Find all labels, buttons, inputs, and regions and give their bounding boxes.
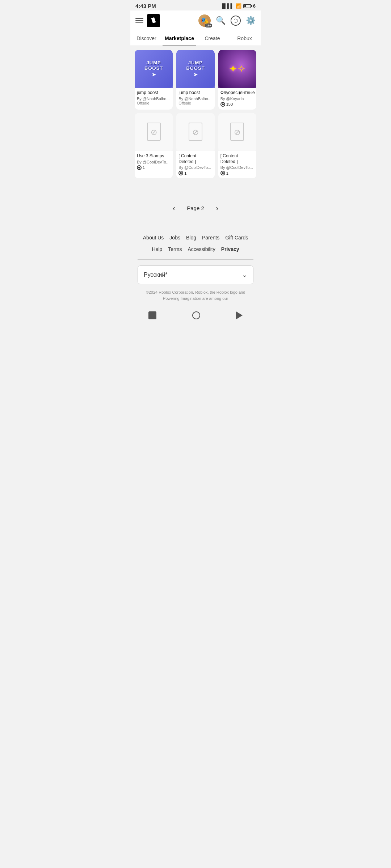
footer-link-parents[interactable]: Parents xyxy=(202,233,219,242)
nav-right: 🎭 13+ 🔍 ⬡ ⚙️ xyxy=(198,14,256,27)
search-button[interactable]: 🔍 xyxy=(216,16,226,25)
next-page-button[interactable]: › xyxy=(211,202,223,214)
item-name: Флуоресцентные xyxy=(220,90,254,96)
item-creator: By @CoolDevTo... xyxy=(178,165,212,170)
item-card[interactable]: ✦✧ Флуоресцентные By @Koyariix 150 xyxy=(218,50,256,110)
shield-icon[interactable]: ⬡ xyxy=(231,16,241,26)
footer-links-row-1: About Us Jobs Blog Parents Gift Cards xyxy=(138,233,253,242)
roblox-logo[interactable] xyxy=(147,14,160,27)
prev-page-button[interactable]: ‹ xyxy=(168,202,180,214)
tab-marketplace[interactable]: Marketplace xyxy=(163,31,196,46)
settings-button[interactable]: ⚙️ xyxy=(246,16,256,25)
android-circle-icon xyxy=(192,311,200,319)
main-content: JUMPBOOST ➤ jump boost By @NoahBalbo... … xyxy=(130,46,261,225)
item-name: Use 3 Stamps xyxy=(137,153,171,159)
item-card[interactable]: ⊘ Use 3 Stamps By @CoolDevTo... 1 xyxy=(135,113,173,179)
item-creator: By @Koyariix xyxy=(220,97,254,101)
robux-icon xyxy=(178,171,183,175)
pagination: ‹ Page 2 › xyxy=(135,195,256,221)
footer-link-giftcards[interactable]: Gift Cards xyxy=(225,233,248,242)
robux-icon xyxy=(137,165,142,170)
item-name: jump boost xyxy=(178,90,212,96)
footer-link-jobs[interactable]: Jobs xyxy=(169,233,180,242)
item-price: 1 xyxy=(137,165,171,170)
status-right: ▐▌▌▌ 📶 6 xyxy=(220,3,256,9)
chevron-down-icon: ⌄ xyxy=(242,271,247,279)
age-badge: 13+ xyxy=(205,24,212,27)
items-grid: JUMPBOOST ➤ jump boost By @NoahBalbo... … xyxy=(135,50,256,178)
status-bar: 4:43 PM ▐▌▌▌ 📶 6 xyxy=(130,0,261,10)
robux-icon xyxy=(220,171,225,175)
battery-icon xyxy=(243,4,251,8)
item-price: Offsale xyxy=(178,101,212,105)
signal-icon: ▐▌▌▌ xyxy=(220,3,234,9)
footer-links-row-2: Help Terms Accessibility Privacy xyxy=(138,245,253,254)
android-home-button[interactable] xyxy=(192,311,200,319)
item-creator: By @CoolDevTo... xyxy=(220,165,254,170)
tab-create[interactable]: Create xyxy=(196,31,228,46)
language-label: Русский* xyxy=(144,272,168,278)
item-name: [ Content Deleted ] xyxy=(220,153,254,165)
footer-link-accessibility[interactable]: Accessibility xyxy=(188,245,215,254)
avatar-button[interactable]: 🎭 13+ xyxy=(198,14,211,27)
android-square-icon xyxy=(148,311,156,319)
item-price: 1 xyxy=(178,171,212,175)
android-back-button[interactable] xyxy=(236,311,243,319)
item-creator: By @NoahBalbo... xyxy=(178,97,212,101)
footer-divider xyxy=(138,259,253,260)
footer-link-privacy[interactable]: Privacy xyxy=(221,245,239,254)
wifi-icon: 📶 xyxy=(236,3,241,9)
item-price: 150 xyxy=(220,102,254,107)
tab-bar: Discover Marketplace Create Robux xyxy=(130,31,261,46)
footer-link-help[interactable]: Help xyxy=(152,245,163,254)
hamburger-button[interactable] xyxy=(135,18,143,23)
bottom-nav xyxy=(130,307,261,327)
item-name: [ Content Deleted ] xyxy=(178,153,212,165)
battery-level: 6 xyxy=(253,3,256,9)
tab-discover[interactable]: Discover xyxy=(130,31,163,46)
page-label: Page 2 xyxy=(187,205,204,211)
android-square-button[interactable] xyxy=(148,311,156,319)
item-card[interactable]: JUMPBOOST ➤ jump boost By @NoahBalbo... … xyxy=(176,50,214,110)
footer-copyright: ©2024 Roblox Corporation. Roblox, the Ro… xyxy=(138,289,253,301)
nav-bar: 🎭 13+ 🔍 ⬡ ⚙️ xyxy=(130,10,261,31)
android-triangle-icon xyxy=(236,311,243,319)
item-name: jump boost xyxy=(137,90,171,96)
item-price: Offsale xyxy=(137,101,171,105)
footer-link-blog[interactable]: Blog xyxy=(186,233,196,242)
footer: About Us Jobs Blog Parents Gift Cards He… xyxy=(130,225,261,307)
status-time: 4:43 PM xyxy=(135,3,156,9)
tab-robux[interactable]: Robux xyxy=(228,31,261,46)
item-card[interactable]: ⊘ [ Content Deleted ] By @CoolDevTo... 1 xyxy=(218,113,256,179)
thumbnail-art: ✦✧ xyxy=(229,63,245,75)
robux-icon xyxy=(220,102,225,107)
item-card[interactable]: ⊘ [ Content Deleted ] By @CoolDevTo... 1 xyxy=(176,113,214,179)
item-creator: By @CoolDevTo... xyxy=(137,160,171,164)
language-select[interactable]: Русский* ⌄ xyxy=(138,265,253,284)
item-price: 1 xyxy=(220,171,254,175)
footer-link-about[interactable]: About Us xyxy=(143,233,164,242)
item-creator: By @NoahBalbo... xyxy=(137,97,171,101)
item-card[interactable]: JUMPBOOST ➤ jump boost By @NoahBalbo... … xyxy=(135,50,173,110)
footer-link-terms[interactable]: Terms xyxy=(168,245,182,254)
